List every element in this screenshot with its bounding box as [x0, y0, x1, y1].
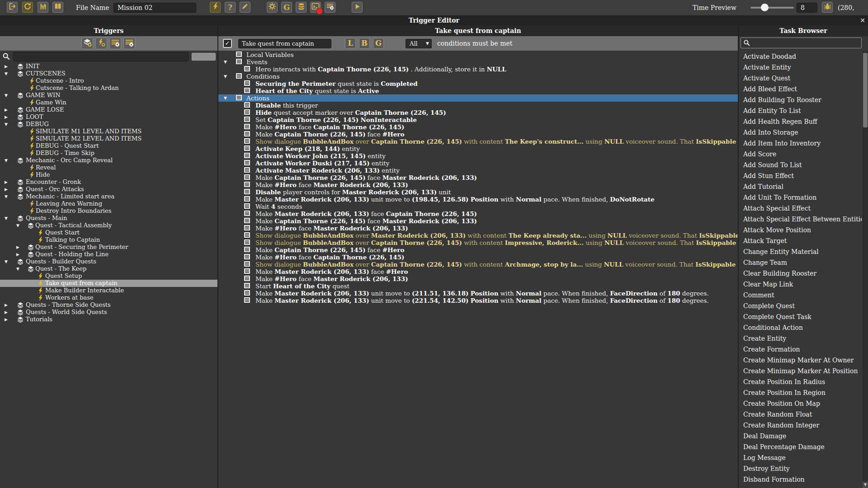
- collapse-all-button[interactable]: [123, 38, 135, 49]
- tree-trigger-row[interactable]: Game Win: [0, 99, 217, 106]
- trigger-statement-row[interactable]: Make #Hero face Captain Thorne (226, 145…: [218, 123, 738, 131]
- trigger-name-input[interactable]: [238, 39, 331, 48]
- debug-button[interactable]: [822, 2, 833, 13]
- task-list-item[interactable]: Disband Formation: [739, 474, 862, 485]
- task-list-item[interactable]: Add Stun Effect: [739, 170, 862, 181]
- tree-trigger-row[interactable]: Hide: [0, 171, 217, 178]
- collapse-arrow-icon[interactable]: ▼: [5, 121, 8, 128]
- task-list-item[interactable]: Activate Doodad: [739, 51, 862, 62]
- trigger-statement-row[interactable]: Make Master Roderick (206, 133) unit mov…: [218, 290, 738, 297]
- task-list-item[interactable]: Change Team: [739, 257, 862, 268]
- task-list-item[interactable]: Comment: [739, 290, 862, 300]
- trigger-section-row[interactable]: ▼Actions: [218, 94, 738, 102]
- trigger-statement-row[interactable]: Make Captain Thorne (226, 145) face Mast…: [218, 174, 738, 181]
- expand-arrow-icon[interactable]: ▶: [5, 106, 8, 113]
- tree-trigger-row[interactable]: DEBUG - Time Skip: [0, 150, 217, 157]
- tree-folder-row[interactable]: ▼Quests - Builder Quests: [0, 258, 217, 265]
- task-list-item[interactable]: Complete Quest Task: [739, 311, 862, 322]
- collapse-arrow-icon[interactable]: ▼: [5, 157, 8, 164]
- trigger-statement-row[interactable]: Activate Keep (218, 144) entity: [218, 145, 738, 152]
- tree-folder-row[interactable]: ▶INIT: [0, 63, 217, 70]
- task-list-item[interactable]: Log Message: [739, 452, 862, 463]
- trigger-statement-row[interactable]: Make Captain Thorne (226, 145) face #Her…: [218, 131, 738, 138]
- tree-trigger-row[interactable]: Reveal: [0, 164, 217, 171]
- tree-trigger-row[interactable]: Take quest from captain: [0, 280, 217, 287]
- task-list-item[interactable]: Add Tutorial: [739, 181, 862, 192]
- task-search-box[interactable]: [741, 38, 862, 48]
- task-list-item[interactable]: Add Item Into Inventory: [739, 138, 862, 149]
- expand-arrow-icon[interactable]: ▶: [5, 301, 8, 309]
- tree-folder-row[interactable]: ▶Quest - Holding the Line: [0, 251, 217, 258]
- tree-folder-row[interactable]: ▼Quests - Main: [0, 215, 217, 222]
- expand-arrow-icon[interactable]: ▶: [5, 178, 8, 186]
- trigger-statement-row[interactable]: Wait 4 seconds: [218, 203, 738, 210]
- task-list-item[interactable]: Create Entity: [739, 333, 862, 344]
- task-list-item[interactable]: Clear Building Rooster: [739, 268, 862, 279]
- trigger-statement-row[interactable]: Securing the Perimeter quest state is Co…: [218, 80, 738, 87]
- expand-arrow-icon[interactable]: ▶: [16, 244, 19, 251]
- settings-button[interactable]: [267, 2, 278, 13]
- time-preview-slider-handle[interactable]: [761, 4, 769, 11]
- tree-trigger-row[interactable]: Talking to Captain: [0, 236, 217, 244]
- task-list-item[interactable]: Create Position On Map: [739, 398, 862, 409]
- task-list-item[interactable]: Deal Damage: [739, 431, 862, 441]
- scrollbar-thumb[interactable]: [863, 53, 868, 127]
- trigger-statement-row[interactable]: Show dialogue BubbleAndBox over Captain …: [218, 239, 738, 246]
- collapse-arrow-icon[interactable]: ▼: [16, 265, 19, 272]
- task-list-item[interactable]: Attack Move Position: [739, 225, 862, 235]
- trigger-statement-row[interactable]: Hero interacts with Captain Thorne (226,…: [218, 66, 738, 73]
- task-list-item[interactable]: Complete Quest: [739, 300, 862, 311]
- tree-trigger-row[interactable]: SIMULATE M1 LEVEL AND ITEMS: [0, 128, 217, 135]
- task-list-item[interactable]: Add Building To Rooster: [739, 94, 862, 105]
- tree-folder-row[interactable]: ▼DEBUG: [0, 121, 217, 128]
- task-list-scrollbar[interactable]: ▼: [863, 51, 868, 488]
- tree-folder-row[interactable]: ▶LOOT: [0, 113, 217, 121]
- trigger-statement-row[interactable]: Make Master Roderick (206, 133) face Cap…: [218, 210, 738, 217]
- exit-button[interactable]: [7, 2, 18, 13]
- log-list-button[interactable]: [325, 2, 335, 13]
- triggers-mode-button[interactable]: [210, 2, 221, 13]
- blackboard-button[interactable]: B: [359, 38, 370, 49]
- tree-folder-row[interactable]: ▼Mechanic - Orc Camp Reveal: [0, 157, 217, 164]
- task-list-item[interactable]: Create Random Integer: [739, 420, 862, 431]
- collapse-arrow-icon[interactable]: ▼: [224, 73, 227, 80]
- trigger-section-row[interactable]: ▼Events: [218, 58, 738, 66]
- trigger-statement-row[interactable]: Show dialogue BubbleAndBox over Captain …: [218, 138, 738, 145]
- scrollbar-down-arrow[interactable]: ▼: [863, 482, 868, 488]
- file-name-input[interactable]: [113, 3, 196, 13]
- trigger-statement-row[interactable]: Start Heart of the City quest: [218, 282, 738, 290]
- trigger-enabled-checkbox[interactable]: ✓: [223, 39, 232, 48]
- collapse-arrow-icon[interactable]: ▼: [224, 94, 227, 102]
- tree-folder-row[interactable]: ▼GAME WIN: [0, 92, 217, 99]
- task-list-item[interactable]: Attack Target: [739, 235, 862, 246]
- tree-trigger-row[interactable]: Workers at base: [0, 294, 217, 301]
- task-list-item[interactable]: Create Minimap Marker At Position: [739, 366, 862, 376]
- tree-trigger-row[interactable]: Cutscene - Talking to Ardan: [0, 84, 217, 92]
- trigger-statement-row[interactable]: Heart of the City quest state is Active: [218, 87, 738, 94]
- task-list-item[interactable]: Create Position In Radius: [739, 376, 862, 387]
- trigger-statement-row[interactable]: Make Captain Thorne (226, 145) face Mast…: [218, 217, 738, 225]
- tree-folder-row[interactable]: ▼CUTSCENES: [0, 70, 217, 77]
- time-preview-slider-track[interactable]: [750, 7, 794, 9]
- trigger-statement-row[interactable]: Activate Worker Duski (217, 145) entity: [218, 160, 738, 167]
- trigger-statement-row[interactable]: Set Captain Thorne (226, 145) NonInterac…: [218, 116, 738, 123]
- tree-trigger-row[interactable]: Make Builder Interactable: [0, 287, 217, 294]
- tree-folder-row[interactable]: ▶Quests - World Side Quests: [0, 309, 217, 316]
- tree-trigger-row[interactable]: Quest Setup: [0, 272, 217, 280]
- run-button[interactable]: [352, 2, 363, 13]
- trigger-statement-row[interactable]: Make #Hero face Master Roderick (206, 13…: [218, 181, 738, 188]
- expand-arrow-icon[interactable]: ▶: [5, 316, 8, 323]
- tree-trigger-row[interactable]: Quest Start: [0, 229, 217, 236]
- edit-tool-button[interactable]: [240, 2, 250, 13]
- expand-arrow-icon[interactable]: ▶: [5, 113, 8, 121]
- library-button[interactable]: [52, 2, 63, 13]
- tree-folder-row[interactable]: ▼Mechanic - Limited start area: [0, 193, 217, 200]
- task-list-item[interactable]: Add Into Storage: [739, 127, 862, 138]
- trigger-statement-row[interactable]: Make #Hero face Master Roderick (206, 13…: [218, 275, 738, 282]
- trigger-section-row[interactable]: ▼Conditions: [218, 73, 738, 80]
- task-list-item[interactable]: Conditional Action: [739, 322, 862, 333]
- task-list-item[interactable]: Create Minimap Marker At Owner: [739, 355, 862, 366]
- trigger-statement-row[interactable]: Hide quest accept marker over Captain Th…: [218, 109, 738, 116]
- task-list-item[interactable]: Add Entity To List: [739, 105, 862, 116]
- trigger-statement-row[interactable]: Make Master Roderick (206, 133) unit mov…: [218, 196, 738, 203]
